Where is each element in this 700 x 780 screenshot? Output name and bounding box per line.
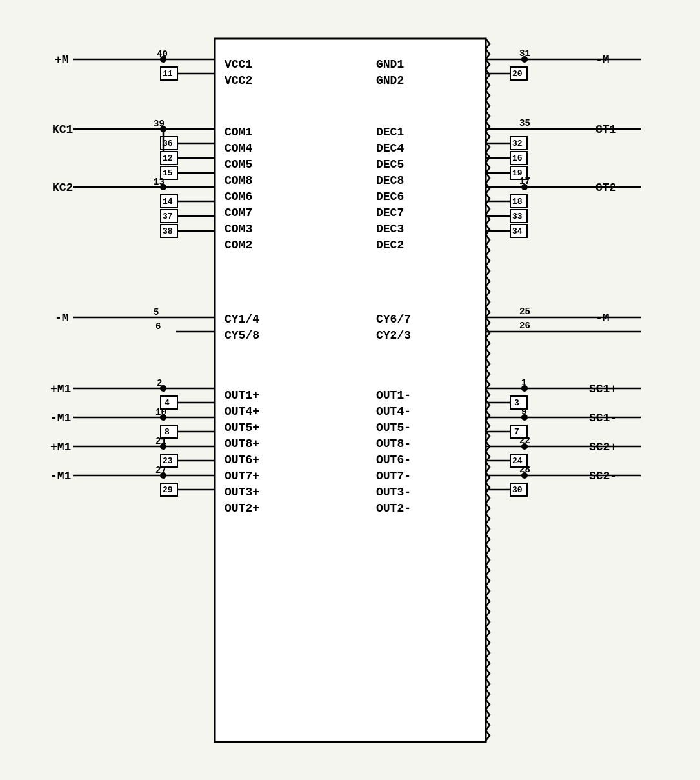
pin-num-27: 27 (155, 465, 166, 475)
pin-label-dec8: DEC8 (376, 174, 404, 187)
pin-label-out1m: OUT1- (376, 389, 411, 402)
pin-num-10: 10 (155, 407, 166, 417)
label-kc2: KC2 (52, 181, 73, 194)
pin-num-28: 28 (519, 465, 530, 475)
label-mm-r2: -M (595, 312, 610, 325)
pin-num-12: 12 (163, 154, 173, 163)
pin-num-17: 17 (519, 176, 530, 186)
label-mm1-1: -M1 (50, 412, 72, 425)
pin-num-13: 13 (154, 177, 165, 187)
pin-num-25: 25 (519, 306, 530, 317)
pin-num-14: 14 (163, 197, 173, 206)
pin-num-31: 31 (519, 48, 530, 59)
pin-num-11: 11 (163, 69, 173, 79)
pin-label-cy14: CY1/4 (225, 313, 259, 326)
dot-12 (160, 126, 166, 132)
pin-label-com1: COM1 (225, 126, 252, 139)
pin-label-out3p: OUT3+ (225, 486, 259, 499)
pin-label-out7m: OUT7- (376, 470, 411, 483)
pin-num-30: 30 (512, 485, 523, 495)
pin-label-vcc2: VCC2 (225, 74, 252, 87)
pin-label-dec4: DEC4 (376, 142, 404, 155)
pin-label-gnd1: GND1 (376, 58, 404, 71)
pin-label-out3m: OUT3- (376, 486, 411, 499)
label-sc2m: SC2- (589, 470, 617, 483)
diagram-container: text { font-family: 'Courier New', Couri… (34, 19, 666, 761)
label-mm-r: -M (595, 54, 610, 66)
pin-num-34: 34 (512, 226, 523, 236)
pin-label-dec7: DEC7 (376, 206, 404, 219)
pin-num-2: 2 (157, 378, 162, 388)
pin-label-dec2: DEC2 (376, 239, 404, 252)
pin-label-out2p: OUT2+ (225, 502, 259, 515)
pin-num-9: 9 (521, 406, 526, 417)
pin-num-23: 23 (163, 456, 173, 466)
pin-label-com7: COM7 (225, 206, 252, 219)
label-ct2: CT2 (595, 181, 616, 194)
pin-num-36: 36 (163, 139, 173, 148)
pin-label-out6m: OUT6- (376, 454, 411, 466)
label-kc1: KC1 (52, 123, 74, 136)
pin-num-37: 37 (163, 212, 173, 221)
pin-label-com2: COM2 (225, 239, 252, 252)
pin-label-dec6: DEC6 (376, 190, 404, 203)
pin-num-40: 40 (157, 49, 168, 59)
label-ct1: CT1 (595, 123, 617, 136)
pin-label-out1p: OUT1+ (225, 389, 259, 402)
label-pm: +M (55, 54, 69, 66)
pin-label-out5m: OUT5- (376, 421, 411, 434)
pin-num-35: 35 (519, 118, 530, 128)
pin-num-5: 5 (154, 307, 159, 317)
pin-label-com8: COM8 (225, 174, 252, 187)
pin-label-com6: COM6 (225, 190, 252, 203)
pin-label-dec1: DEC1 (376, 126, 404, 139)
pin-num-33: 33 (512, 212, 523, 221)
label-mm1-2: -M1 (50, 470, 72, 483)
pin-num-4: 4 (165, 398, 170, 408)
label-mm-left: -M (55, 312, 69, 325)
pin-num-16: 16 (512, 154, 523, 163)
pin-label-out8p: OUT8+ (225, 437, 259, 450)
pin-label-out8m: OUT8- (376, 437, 411, 450)
ic-diagram: text { font-family: 'Courier New', Couri… (34, 19, 666, 761)
label-pm1-1: +M1 (50, 383, 72, 395)
pin-num-22: 22 (519, 435, 530, 446)
pin-label-com5: COM5 (225, 158, 252, 171)
pin-label-out4p: OUT4+ (225, 405, 259, 418)
pin-num-18: 18 (512, 197, 523, 206)
pin-num-29: 29 (163, 485, 173, 495)
pin-label-com3: COM3 (225, 223, 252, 235)
pin-label-com4: COM4 (225, 142, 252, 155)
pin-num-1: 1 (521, 377, 526, 388)
pin-label-vcc1: VCC1 (225, 58, 252, 71)
pin-num-6: 6 (155, 321, 161, 332)
pin-num-26: 26 (519, 321, 530, 331)
pin-num-8: 8 (165, 427, 170, 437)
pin-label-dec5: DEC5 (376, 158, 404, 171)
pin-label-out2m: OUT2- (376, 502, 411, 515)
label-pm1-2: +M1 (50, 441, 72, 454)
pin-label-cy58: CY5/8 (225, 329, 259, 342)
pin-label-gnd2: GND2 (376, 74, 404, 87)
pin-num-32: 32 (512, 139, 523, 148)
pin-label-out5p: OUT5+ (225, 421, 259, 434)
pin-label-out6p: OUT6+ (225, 454, 259, 466)
pin-label-out7p: OUT7+ (225, 470, 259, 483)
pin-num-3: 3 (514, 398, 519, 408)
pin-num-20: 20 (512, 69, 523, 79)
pin-label-dec3: DEC3 (376, 223, 404, 235)
label-sc2p: SC2+ (589, 441, 617, 454)
pin-num-21: 21 (155, 436, 166, 446)
pin-num-38: 38 (163, 226, 173, 236)
label-sc1m: SC1- (589, 412, 617, 425)
label-sc1p: SC1+ (589, 383, 617, 395)
pin-label-cy23: CY2/3 (376, 329, 411, 342)
pin-label-cy67: CY6/7 (376, 313, 411, 326)
pin-num-7: 7 (514, 427, 519, 437)
pin-label-out4m: OUT4- (376, 405, 411, 418)
